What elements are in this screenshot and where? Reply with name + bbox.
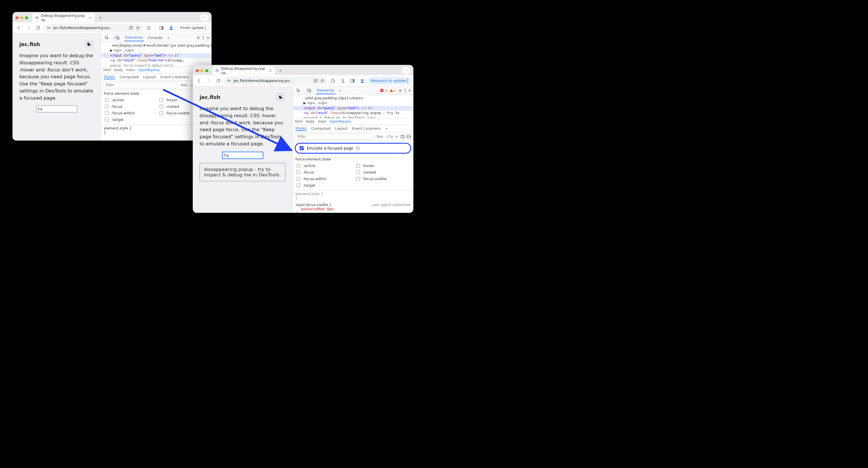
device-toggle-button[interactable] — [305, 87, 313, 94]
warning-count[interactable]: 3 — [390, 89, 396, 92]
state-active[interactable]: :active — [296, 163, 351, 169]
state-focus-visible[interactable]: :focus-visible — [355, 176, 411, 181]
browser-tab[interactable]: Debug disappearing pop up × — [212, 66, 275, 75]
maximize-window-button[interactable] — [25, 16, 28, 19]
profile-button[interactable] — [167, 24, 175, 32]
back-button[interactable] — [195, 77, 203, 85]
maximize-window-button[interactable] — [205, 69, 208, 72]
crumb[interactable]: main — [318, 119, 327, 123]
tab-computed[interactable]: Computed — [311, 126, 330, 130]
update-button[interactable]: Finish update — [177, 24, 209, 31]
tab-event-listeners[interactable]: Event Listeners — [160, 75, 189, 79]
new-rule-icon[interactable] — [395, 135, 399, 139]
address-bar[interactable]: jec.fish/demo/disappearing-po… — [224, 77, 328, 85]
close-window-button[interactable] — [196, 69, 199, 72]
cls-toggle[interactable]: .cls — [385, 135, 393, 139]
crumb[interactable]: body — [306, 119, 314, 123]
tab-computed[interactable]: Computed — [119, 75, 139, 79]
tab-overflow-button[interactable] — [200, 14, 209, 21]
sidepanel-button[interactable] — [348, 77, 356, 85]
styles-filter-input[interactable] — [103, 82, 178, 88]
tab-layout[interactable]: Layout — [143, 75, 156, 79]
query-input[interactable] — [222, 152, 263, 159]
tab-styles[interactable]: Styles — [104, 75, 115, 79]
state-hover[interactable]: :hover — [355, 163, 411, 169]
state-focus[interactable]: :focus — [296, 170, 351, 175]
update-button[interactable]: Relaunch to update — [368, 77, 411, 84]
back-button[interactable] — [15, 24, 23, 32]
new-tab-button[interactable] — [96, 14, 104, 21]
tab-elements[interactable]: Elements — [124, 34, 144, 41]
state-focus[interactable]: :focus — [104, 104, 154, 109]
source-line: <p id="result" class>dissappearing popup… — [303, 111, 399, 118]
theme-toggle-button[interactable] — [276, 93, 285, 101]
crumb[interactable]: html — [103, 68, 111, 72]
help-icon[interactable] — [356, 146, 360, 150]
style-rule-element[interactable]: element.style { } — [292, 191, 413, 201]
tab-layout[interactable]: Layout — [335, 126, 347, 130]
crumb-selected[interactable]: input#query — [138, 68, 160, 72]
hov-toggle[interactable]: :hov — [375, 135, 383, 139]
state-target[interactable]: :target — [104, 117, 154, 122]
elements-tree[interactable]: me{display:none}#result{border:1px solid… — [101, 42, 212, 66]
profile-button[interactable] — [358, 77, 366, 85]
bookmark-icon[interactable] — [320, 79, 325, 83]
device-toggle-button[interactable] — [114, 34, 121, 42]
styles-filter-input[interactable] — [295, 134, 373, 140]
emulate-focused-page-checkbox[interactable]: Emulate a focused page — [295, 143, 411, 154]
more-icon[interactable] — [203, 36, 204, 40]
minimize-window-button[interactable] — [200, 69, 204, 72]
hov-toggle[interactable]: :hov — [179, 83, 187, 87]
browser-tab[interactable]: Debug disappearing pop up × — [32, 13, 95, 22]
forward-button[interactable] — [25, 24, 32, 32]
crumb[interactable]: main — [126, 68, 135, 72]
close-tab-icon[interactable]: × — [269, 68, 272, 73]
reload-button[interactable] — [214, 77, 222, 85]
theme-toggle-button[interactable] — [84, 40, 94, 48]
query-input[interactable] — [36, 106, 78, 112]
tabs-overflow[interactable]: » — [338, 87, 343, 94]
tab-overflow-button[interactable] — [402, 67, 410, 74]
sidepanel-button[interactable] — [157, 24, 165, 32]
close-icon[interactable] — [206, 36, 210, 39]
state-visited[interactable]: :visited — [355, 170, 411, 175]
state-target[interactable]: :target — [296, 183, 351, 188]
state-focus-within[interactable]: :focus-within — [296, 176, 351, 181]
computed-panel-icon[interactable] — [400, 134, 405, 139]
inspect-button[interactable] — [103, 34, 111, 42]
bookmark-icon[interactable] — [135, 26, 140, 30]
tabs-overflow[interactable]: » — [166, 34, 171, 41]
forward-button[interactable] — [205, 77, 213, 85]
labs-button[interactable] — [339, 77, 347, 85]
more-icon[interactable] — [405, 88, 406, 92]
crumb-selected[interactable]: input#query — [330, 119, 351, 123]
tabs-overflow[interactable]: » — [385, 126, 388, 130]
tab-event-listeners[interactable]: Event Listeners — [352, 126, 380, 130]
style-rule-focus-visible[interactable]: user agent stylesheet input:focus-visibl… — [292, 201, 413, 213]
gear-icon[interactable] — [196, 35, 200, 40]
error-count[interactable]: ✕2 — [380, 89, 387, 92]
extensions-button[interactable] — [329, 77, 337, 85]
elements-tree[interactable]: solid gray;padding:10px}</style> ▶ <p>…<… — [292, 95, 413, 118]
install-icon[interactable] — [129, 26, 133, 30]
tab-styles[interactable]: Styles — [296, 126, 307, 131]
state-active[interactable]: :active — [104, 97, 154, 103]
crumb[interactable]: html — [295, 119, 303, 123]
close-icon[interactable] — [408, 89, 412, 92]
gear-icon[interactable] — [398, 88, 402, 93]
inspect-button[interactable] — [294, 87, 302, 94]
breadcrumb[interactable]: html body main input#query — [292, 118, 413, 125]
reload-button[interactable] — [34, 24, 42, 32]
state-focus-within[interactable]: :focus-within — [104, 110, 154, 116]
install-icon[interactable] — [313, 79, 318, 83]
crumb[interactable]: body — [114, 68, 123, 72]
close-tab-icon[interactable]: × — [88, 16, 92, 20]
tab-elements[interactable]: Elements — [316, 87, 336, 94]
new-tab-button[interactable] — [277, 67, 284, 74]
tab-console[interactable]: Console — [147, 34, 164, 41]
close-window-button[interactable] — [16, 16, 19, 19]
panel-layout-icon[interactable] — [407, 134, 411, 139]
address-bar[interactable]: jec.fish/demo/disappearing-po… — [44, 24, 143, 32]
extensions-button[interactable] — [145, 24, 153, 32]
minimize-window-button[interactable] — [20, 16, 23, 19]
